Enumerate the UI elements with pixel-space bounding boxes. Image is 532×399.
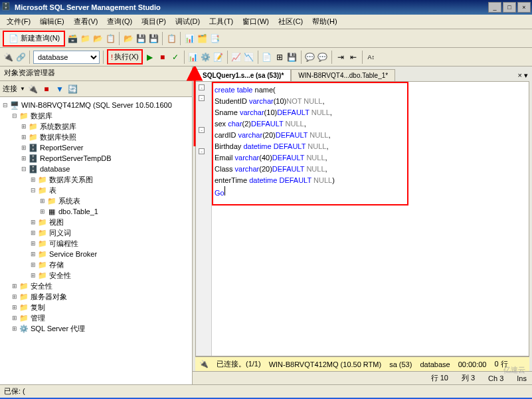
results-grid-icon[interactable]: ⊞ <box>274 52 285 63</box>
debug-play-icon[interactable]: ▶ <box>145 52 155 63</box>
filter-icon[interactable]: ▼ <box>54 84 65 94</box>
tree-security-db[interactable]: 安全性 <box>48 271 71 281</box>
menu-window[interactable]: 窗口(W) <box>238 15 273 28</box>
open-file-icon[interactable]: 📁 <box>80 33 90 44</box>
folder-icon: 📁 <box>37 229 48 237</box>
tree-management[interactable]: 管理 <box>29 313 45 323</box>
status-connected-icon: 🔌 <box>199 360 209 368</box>
folder-icon: 📁 <box>19 282 29 291</box>
tree-sqlagent[interactable]: SQL Server 代理 <box>29 324 85 334</box>
connection-icon[interactable]: 🔌 <box>3 52 13 63</box>
menu-tools[interactable]: 工具(T) <box>205 15 237 28</box>
tree-server[interactable]: WIN-B8RVQT412MQ (SQL Server 10.50.1600 <box>20 101 172 109</box>
menubar: 文件(F) 编辑(E) 查看(V) 查询(Q) 项目(P) 调试(D) 工具(T… <box>0 15 532 29</box>
open-db-icon[interactable]: 📂 <box>92 33 103 44</box>
stop-icon[interactable]: ■ <box>41 84 52 94</box>
main-area: 对象资源管理器 连接 ▼ 🔌 ■ ▼ 🔄 ⊟🖥️WIN-B8RVQT412MQ … <box>0 66 532 384</box>
tab-close-button[interactable]: × ▾ <box>514 70 532 81</box>
intellisense-icon[interactable]: 📝 <box>213 52 224 63</box>
separator <box>258 51 258 64</box>
tree-systables[interactable]: 系统表 <box>57 196 80 206</box>
tree-databases[interactable]: 数据库 <box>29 111 52 121</box>
tree-security[interactable]: 安全性 <box>29 281 52 291</box>
menu-query[interactable]: 查询(Q) <box>103 15 136 28</box>
comment-icon[interactable]: 💬 <box>305 52 315 63</box>
tree-serverobjects[interactable]: 服务器对象 <box>29 292 67 302</box>
tree-reportserver[interactable]: ReportServer <box>39 144 83 152</box>
object-tree[interactable]: ⊟🖥️WIN-B8RVQT412MQ (SQL Server 10.50.160… <box>0 97 192 384</box>
minimize-button[interactable]: _ <box>488 2 501 13</box>
app-icon: 🗄️ <box>1 2 12 13</box>
stop-icon[interactable]: ■ <box>157 52 168 63</box>
database-select[interactable]: database <box>33 51 100 64</box>
editor-gutter: - - - - <box>196 82 212 356</box>
results-text-icon[interactable]: 📄 <box>262 52 272 63</box>
open-icon[interactable]: 📂 <box>123 33 133 44</box>
tree-programmability[interactable]: 可编程性 <box>48 239 78 249</box>
display-plan-icon[interactable]: 📊 <box>188 52 199 63</box>
tree-reportservertemp[interactable]: ReportServerTempDB <box>39 154 112 162</box>
tree-sysdb[interactable]: 系统数据库 <box>39 122 76 132</box>
tab-table1[interactable]: WIN-B8RVQT4...dbo.Table_1* <box>291 69 395 81</box>
activity-icon[interactable]: 📊 <box>184 33 195 44</box>
tree-synonyms[interactable]: 同义词 <box>48 228 71 238</box>
new-query-button[interactable]: 📄 新建查询(N) <box>3 31 65 47</box>
save-icon[interactable]: 💾 <box>135 33 146 44</box>
parse-icon[interactable]: ✓ <box>170 52 181 63</box>
registered-servers-icon[interactable]: 🗂️ <box>197 33 207 44</box>
separator <box>331 51 332 64</box>
close-button[interactable]: × <box>517 2 531 13</box>
menu-project[interactable]: 项目(P) <box>137 15 170 28</box>
tree-table1[interactable]: dbo.Table_1 <box>57 207 98 215</box>
uncomment-icon[interactable]: 💬 <box>317 52 328 63</box>
tree-tables[interactable]: 表 <box>48 186 56 196</box>
sql-editor[interactable]: - - - - create table name( StudentID var… <box>195 81 529 356</box>
folder-icon: 📁 <box>37 261 48 269</box>
specify-values-icon[interactable]: A↕ <box>366 52 377 63</box>
query-options-icon[interactable]: ⚙️ <box>201 52 211 63</box>
execute-button[interactable]: ! 执行(X) <box>107 49 143 65</box>
tree-servicebroker[interactable]: Service Broker <box>48 250 97 258</box>
open-table-icon[interactable]: 📋 <box>105 33 116 44</box>
code-area[interactable]: create table name( StudentID varchar(10)… <box>212 82 529 356</box>
tree-views[interactable]: 视图 <box>48 217 64 227</box>
tree-snapshots[interactable]: 数据库快照 <box>39 132 76 142</box>
watermark: 亿速云 <box>503 364 525 375</box>
tree-diagrams[interactable]: 数据库关系图 <box>48 175 93 185</box>
status-ready: 已保: ( <box>4 386 25 396</box>
template-icon[interactable]: 📑 <box>209 33 220 44</box>
folder-icon: 📁 <box>19 303 29 312</box>
tree-replication[interactable]: 复制 <box>29 303 45 313</box>
tree-storage[interactable]: 存储 <box>48 260 64 270</box>
menu-debug[interactable]: 调试(D) <box>171 15 204 28</box>
menu-view[interactable]: 查看(V) <box>70 15 102 28</box>
properties-icon[interactable]: 📋 <box>166 33 177 44</box>
database-icon: 🗄️ <box>28 154 39 163</box>
connect-dropdown-icon[interactable]: ▼ <box>20 86 25 92</box>
client-stats-icon[interactable]: 📉 <box>244 52 254 63</box>
object-explorer-toolbar: 连接 ▼ 🔌 ■ ▼ 🔄 <box>0 81 192 97</box>
disconnect-icon[interactable]: 🔌 <box>28 84 39 94</box>
indent-icon[interactable]: ⇥ <box>335 52 346 63</box>
include-plan-icon[interactable]: 📈 <box>231 52 242 63</box>
save-all-icon[interactable]: 💾 <box>148 33 159 44</box>
outdent-icon[interactable]: ⇤ <box>348 52 359 63</box>
results-file-icon[interactable]: 💾 <box>287 52 298 63</box>
database-icon: 🗄️ <box>28 144 39 152</box>
menu-community[interactable]: 社区(C) <box>274 15 307 28</box>
menu-edit[interactable]: 编辑(E) <box>36 15 68 28</box>
status-line: 行 10 <box>431 373 448 383</box>
database-icon[interactable]: 🗃️ <box>67 33 78 44</box>
status-col: 列 3 <box>462 373 475 383</box>
connect-label[interactable]: 连接 <box>3 84 17 94</box>
table-icon: ▦ <box>46 207 57 216</box>
menu-help[interactable]: 帮助(H) <box>308 15 341 28</box>
folder-icon: 📁 <box>37 176 48 184</box>
tab-sqlquery1[interactable]: SQLQuery1.s...e (sa (53))* <box>195 69 291 81</box>
menu-file[interactable]: 文件(F) <box>3 15 35 28</box>
maximize-button[interactable]: □ <box>503 2 516 13</box>
folder-icon: 📁 <box>28 133 39 142</box>
change-connection-icon[interactable]: 🔗 <box>15 52 26 63</box>
tree-userdb[interactable]: database <box>39 165 70 173</box>
refresh-icon[interactable]: 🔄 <box>68 84 78 94</box>
